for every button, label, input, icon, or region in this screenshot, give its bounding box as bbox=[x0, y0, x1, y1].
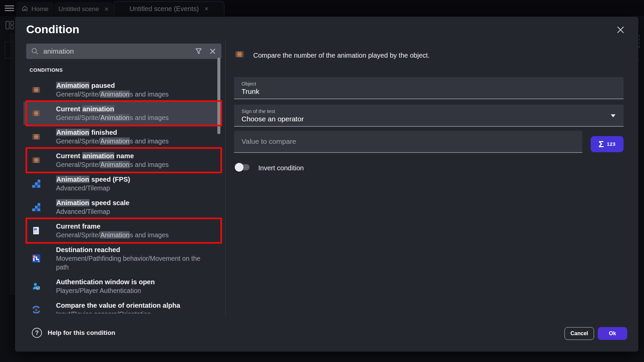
condition-list-item[interactable]: Current frameGeneral/Sprite/Animations a… bbox=[23, 219, 221, 242]
search-input[interactable] bbox=[43, 47, 189, 55]
conditions-list-items: Animation pausedGeneral/Sprite/Animation… bbox=[23, 78, 223, 313]
player-auth-icon bbox=[32, 282, 41, 291]
field-label: Object bbox=[241, 81, 256, 86]
object-field[interactable]: Object Trunk bbox=[234, 77, 624, 99]
list-scrollbar[interactable] bbox=[217, 58, 220, 134]
condition-text: Animation finishedGeneral/Sprite/Animati… bbox=[56, 128, 207, 145]
film-reel-icon bbox=[234, 50, 245, 59]
svg-text:B: B bbox=[38, 260, 40, 262]
film-reel-icon bbox=[32, 109, 41, 118]
condition-list-item[interactable]: Animation speed scaleAdvanced/Tilemap bbox=[23, 195, 221, 219]
condition-list-item[interactable]: Animation finishedGeneral/Sprite/Animati… bbox=[23, 125, 221, 148]
condition-list-item[interactable]: Current animationGeneral/Sprite/Animatio… bbox=[23, 102, 221, 125]
cancel-button[interactable]: Cancel bbox=[565, 327, 594, 340]
orientation-icon bbox=[32, 305, 41, 313]
film-reel-icon bbox=[32, 132, 41, 141]
condition-list-item[interactable]: Current animation nameGeneral/Sprite/Ani… bbox=[23, 148, 221, 172]
sigma-icon: Σ bbox=[599, 139, 604, 149]
film-reel-icon bbox=[32, 156, 41, 165]
condition-list-item[interactable]: Authentication window is openPlayers/Pla… bbox=[23, 275, 221, 298]
tilemap-icon bbox=[32, 203, 41, 212]
svg-text:A: A bbox=[33, 255, 35, 258]
pathfinding-icon: AB bbox=[32, 254, 41, 263]
field-value: Choose an operator bbox=[241, 115, 304, 123]
dialog-title: Condition bbox=[26, 23, 79, 36]
condition-text: Current animationGeneral/Sprite/Animatio… bbox=[56, 105, 207, 122]
condition-text: Authentication window is openPlayers/Pla… bbox=[56, 278, 207, 295]
clear-search-icon[interactable] bbox=[209, 47, 217, 55]
close-icon[interactable] bbox=[615, 24, 626, 36]
value-to-compare-input[interactable] bbox=[234, 137, 582, 145]
field-value: Trunk bbox=[241, 87, 259, 96]
help-link[interactable]: ? Help for this condition bbox=[32, 328, 115, 338]
condition-text: Animation speed scaleAdvanced/Tilemap bbox=[56, 198, 207, 216]
tilemap-icon bbox=[32, 179, 41, 188]
condition-text: Current frameGeneral/Sprite/Animations a… bbox=[56, 222, 207, 239]
help-label: Help for this condition bbox=[48, 329, 115, 337]
help-icon: ? bbox=[32, 328, 42, 338]
expression-builder-button[interactable]: Σ 123 bbox=[591, 136, 624, 152]
filter-icon[interactable] bbox=[195, 47, 203, 55]
condition-dialog: Condition CONDITIONS Animation pausedGen… bbox=[15, 17, 638, 352]
field-label: Sign of the test bbox=[241, 108, 275, 114]
condition-description: Compare the number of the animation play… bbox=[253, 52, 430, 59]
frame-icon bbox=[32, 226, 41, 235]
condition-text: Destination reachedMovement/Pathfinding … bbox=[56, 245, 207, 272]
section-header: CONDITIONS bbox=[30, 67, 223, 73]
ok-button[interactable]: Ok bbox=[598, 327, 627, 340]
conditions-list: CONDITIONS Animation pausedGeneral/Sprit… bbox=[23, 63, 223, 313]
operator-select[interactable]: Sign of the test Choose an operator bbox=[234, 105, 624, 127]
film-reel-icon bbox=[32, 85, 41, 94]
condition-list-item[interactable]: Animation speed (FPS)Advanced/Tilemap bbox=[23, 172, 221, 195]
value-to-compare-field[interactable] bbox=[234, 131, 582, 153]
condition-text: Compare the value of orientation alphaIn… bbox=[56, 301, 207, 313]
condition-list-item[interactable]: Animation pausedGeneral/Sprite/Animation… bbox=[23, 78, 221, 102]
condition-list-item[interactable]: ABDestination reachedMovement/Pathfindin… bbox=[23, 242, 221, 275]
toggle-knob bbox=[235, 163, 244, 172]
condition-text: Animation pausedGeneral/Sprite/Animation… bbox=[56, 81, 207, 99]
chevron-down-icon bbox=[611, 114, 615, 117]
condition-text: Current animation nameGeneral/Sprite/Ani… bbox=[56, 152, 207, 169]
magnifier-icon bbox=[31, 47, 39, 55]
invert-condition-toggle[interactable] bbox=[235, 163, 251, 172]
search-bar[interactable] bbox=[26, 44, 221, 59]
condition-list-item[interactable]: Compare the value of orientation alphaIn… bbox=[23, 298, 221, 313]
invert-condition-label: Invert condition bbox=[258, 164, 304, 172]
expression-button-label: 123 bbox=[607, 141, 615, 147]
condition-text: Animation speed (FPS)Advanced/Tilemap bbox=[56, 175, 207, 192]
panel-divider bbox=[225, 39, 226, 317]
